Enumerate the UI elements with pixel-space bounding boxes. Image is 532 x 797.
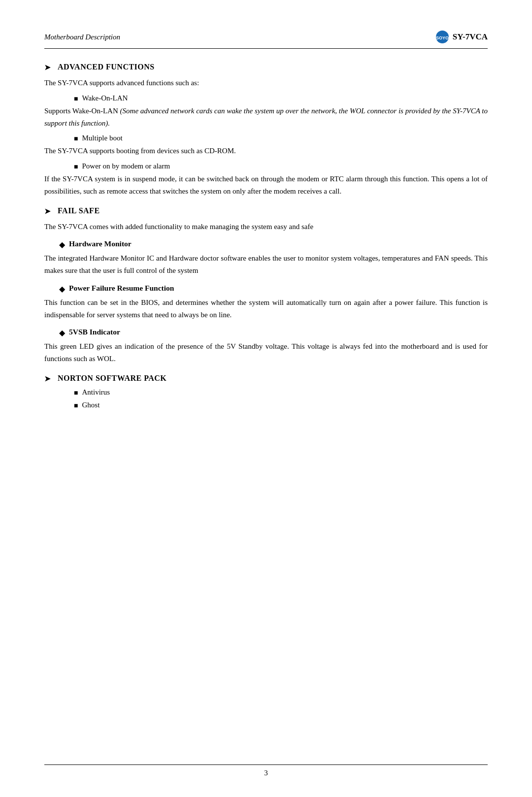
advanced-functions-label: ADVANCED FUNCTIONS [58, 63, 155, 71]
soyo-logo-icon: SOYO [435, 30, 450, 44]
multiple-boot-label: Multiple boot [82, 134, 122, 142]
page-footer: 3 [44, 764, 488, 777]
power-failure-heading: ◆ Power Failure Resume Function [59, 284, 488, 294]
hardware-monitor-desc: The integrated Hardware Monitor IC and H… [44, 252, 488, 277]
diamond-icon-3: ◆ [59, 328, 65, 337]
bullet-ghost: ■ Ghost [74, 401, 488, 410]
section-fail-safe: ➤ FAIL SAFE The SY-7VCA comes with added… [44, 206, 488, 365]
bullet-icon-3: ■ [74, 163, 78, 171]
power-on-modem-desc: If the SY-7VCA system is in suspend mode… [44, 173, 488, 198]
arrow-icon-2: ➤ [44, 207, 51, 216]
power-on-modem-label: Power on by modem or alarm [82, 162, 170, 170]
5vsb-label: 5VSB Indicator [69, 328, 120, 336]
bullet-wake-on-lan: ■ Wake-On-LAN [74, 94, 488, 103]
arrow-icon: ➤ [44, 63, 51, 72]
diamond-icon-2: ◆ [59, 284, 65, 294]
bullet-antivirus: ■ Antivirus [74, 388, 488, 397]
antivirus-label: Antivirus [82, 388, 110, 397]
norton-label: NORTON SOFTWARE PACK [58, 374, 166, 383]
advanced-functions-heading: ➤ ADVANCED FUNCTIONS [44, 63, 488, 72]
wake-on-lan-italic: (Some advanced network cards can wake th… [44, 107, 488, 127]
bullet-power-on-modem: ■ Power on by modem or alarm [74, 162, 488, 171]
arrow-icon-3: ➤ [44, 374, 51, 383]
diamond-icon: ◆ [59, 240, 65, 249]
section-advanced-functions: ➤ ADVANCED FUNCTIONS The SY-7VCA support… [44, 63, 488, 198]
wake-on-lan-label: Wake-On-LAN [82, 94, 128, 102]
header-logo-text: SY-7VCA [453, 32, 488, 42]
ghost-label: Ghost [82, 401, 100, 409]
hardware-monitor-label: Hardware Monitor [69, 239, 132, 248]
bullet-icon: ■ [74, 95, 78, 103]
page: Motherboard Description SOYO SY-7VCA ➤ A… [0, 0, 532, 797]
bullet-icon-2: ■ [74, 135, 78, 143]
5vsb-heading: ◆ 5VSB Indicator [59, 328, 488, 337]
section-norton: ➤ NORTON SOFTWARE PACK ■ Antivirus ■ Gho… [44, 374, 488, 410]
bullet-icon-4: ■ [74, 389, 78, 397]
bullet-icon-5: ■ [74, 402, 78, 410]
power-failure-desc: This function can be set in the BIOS, an… [44, 297, 488, 321]
5vsb-desc: This green LED gives an indication of th… [44, 340, 488, 365]
page-header: Motherboard Description SOYO SY-7VCA [44, 30, 488, 49]
norton-heading: ➤ NORTON SOFTWARE PACK [44, 374, 488, 383]
wake-on-lan-desc: Supports Wake-On-LAN (Some advanced netw… [44, 105, 488, 130]
hardware-monitor-heading: ◆ Hardware Monitor [59, 239, 488, 249]
fail-safe-heading: ➤ FAIL SAFE [44, 206, 488, 216]
advanced-functions-intro: The SY-7VCA supports advanced functions … [44, 77, 488, 89]
header-logo: SOYO SY-7VCA [435, 30, 488, 44]
power-failure-label: Power Failure Resume Function [69, 284, 174, 293]
svg-text:SOYO: SOYO [436, 35, 449, 40]
header-title: Motherboard Description [44, 33, 120, 41]
fail-safe-desc: The SY-7VCA comes with added functionali… [44, 221, 488, 233]
fail-safe-label: FAIL SAFE [58, 206, 100, 215]
multiple-boot-desc: The SY-7VCA supports booting from device… [44, 145, 488, 157]
bullet-multiple-boot: ■ Multiple boot [74, 134, 488, 143]
page-number: 3 [264, 769, 268, 777]
